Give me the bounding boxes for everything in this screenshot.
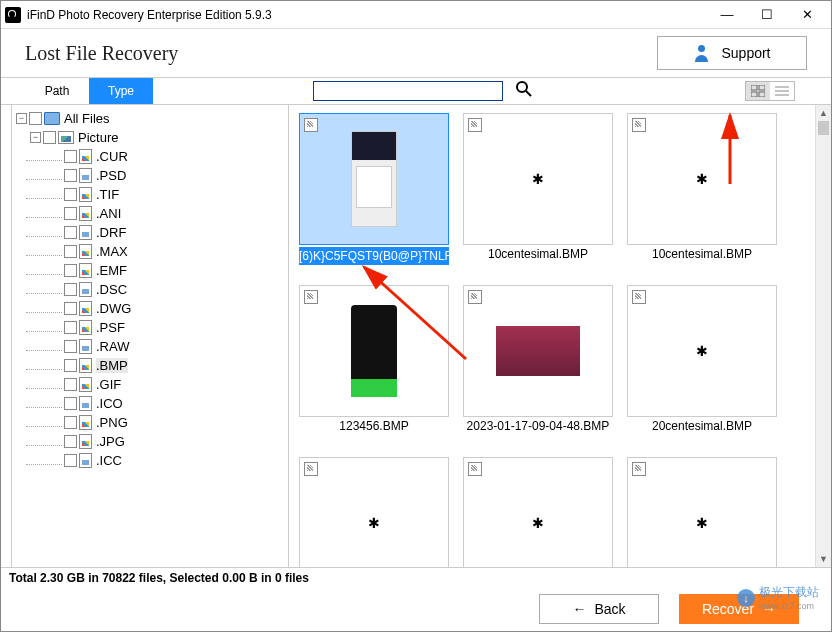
tree-ext-item[interactable]: .DRF: [12, 223, 288, 242]
checkbox[interactable]: [64, 378, 77, 391]
tree-ext-item[interactable]: .DWG: [12, 299, 288, 318]
scrollbar[interactable]: ▲ ▼: [815, 105, 831, 567]
thumbnail[interactable]: [463, 457, 613, 567]
tree-ext-item[interactable]: .RAW: [12, 337, 288, 356]
grid-area: [6)K}C5FQST9(B0@P}TNLRJ.BMP10centesimal.…: [289, 105, 831, 567]
search-icon[interactable]: [515, 80, 533, 102]
checkbox[interactable]: [304, 290, 318, 304]
scroll-up-icon[interactable]: ▲: [816, 105, 831, 121]
checkbox[interactable]: [43, 131, 56, 144]
back-button[interactable]: ← Back: [539, 594, 659, 624]
file-icon: [79, 187, 92, 202]
tree-ext-item[interactable]: .PNG: [12, 413, 288, 432]
checkbox[interactable]: [64, 226, 77, 239]
support-button[interactable]: Support: [657, 36, 807, 70]
thumbnail-name: 20centesimal.BMP: [627, 419, 777, 433]
tree-ext-item[interactable]: .ICC: [12, 451, 288, 470]
tab-path[interactable]: Path: [25, 78, 89, 104]
svg-rect-2: [751, 85, 757, 90]
tree-label: .PSD: [96, 168, 126, 183]
checkbox[interactable]: [64, 245, 77, 258]
tree-label: .RAW: [96, 339, 129, 354]
tree-label: .MAX: [96, 244, 128, 259]
thumbnail[interactable]: [627, 113, 777, 245]
person-icon: [693, 44, 711, 62]
thumbnail[interactable]: [299, 457, 449, 567]
thumbnail[interactable]: [299, 285, 449, 417]
tree-ext-item[interactable]: .TIF: [12, 185, 288, 204]
tree-ext-item[interactable]: .DSC: [12, 280, 288, 299]
checkbox[interactable]: [64, 359, 77, 372]
thumbnail-cell[interactable]: 10centesimal.BMP: [627, 113, 785, 281]
thumbnail-cell[interactable]: 123456.BMP: [299, 285, 457, 453]
thumbnail-cell[interactable]: 2023-01-17-09-04-48.BMP: [463, 285, 621, 453]
checkbox[interactable]: [64, 169, 77, 182]
thumbnail[interactable]: [627, 285, 777, 417]
list-view-button[interactable]: [770, 82, 794, 100]
tree-ext-item[interactable]: .JPG: [12, 432, 288, 451]
scroll-down-icon[interactable]: ▼: [816, 551, 831, 567]
svg-rect-3: [759, 85, 765, 90]
arrow-left-icon: ←: [572, 601, 586, 617]
checkbox[interactable]: [304, 462, 318, 476]
tree-label: .GIF: [96, 377, 121, 392]
checkbox[interactable]: [632, 118, 646, 132]
view-toggle: [745, 81, 795, 101]
maximize-button[interactable]: ☐: [747, 2, 787, 28]
thumbnail-cell[interactable]: [627, 457, 785, 567]
scroll-thumb[interactable]: [818, 121, 829, 135]
checkbox[interactable]: [632, 290, 646, 304]
tree-ext-item[interactable]: .GIF: [12, 375, 288, 394]
tree-label: .CUR: [96, 149, 128, 164]
checkbox[interactable]: [468, 290, 482, 304]
tree-ext-item[interactable]: .BMP: [12, 356, 288, 375]
tree-folder[interactable]: − Picture: [12, 128, 288, 147]
checkbox[interactable]: [304, 118, 318, 132]
thumbnail-cell[interactable]: [6)K}C5FQST9(B0@P}TNLRJ.BMP: [299, 113, 457, 281]
checkbox[interactable]: [64, 188, 77, 201]
thumbnail-cell[interactable]: 10centesimal.BMP: [463, 113, 621, 281]
checkbox[interactable]: [64, 264, 77, 277]
checkbox[interactable]: [29, 112, 42, 125]
tree-root[interactable]: − All Files: [12, 109, 288, 128]
checkbox[interactable]: [64, 207, 77, 220]
tab-type[interactable]: Type: [89, 78, 153, 104]
tree-ext-item[interactable]: .EMF: [12, 261, 288, 280]
checkbox[interactable]: [64, 416, 77, 429]
checkbox[interactable]: [64, 340, 77, 353]
checkbox[interactable]: [64, 454, 77, 467]
tree-ext-item[interactable]: .CUR: [12, 147, 288, 166]
minimize-button[interactable]: —: [707, 2, 747, 28]
checkbox[interactable]: [468, 462, 482, 476]
tree-ext-item[interactable]: .PSF: [12, 318, 288, 337]
thumbnail[interactable]: [299, 113, 449, 245]
checkbox[interactable]: [64, 283, 77, 296]
checkbox[interactable]: [64, 321, 77, 334]
tree-label: .DRF: [96, 225, 126, 240]
checkbox[interactable]: [64, 150, 77, 163]
thumbnail-cell[interactable]: [299, 457, 457, 567]
collapse-icon[interactable]: −: [30, 132, 41, 143]
thumbnail[interactable]: [463, 113, 613, 245]
close-button[interactable]: ✕: [787, 2, 827, 28]
checkbox[interactable]: [64, 397, 77, 410]
thumbnail-name: 123456.BMP: [299, 419, 449, 433]
tree-ext-item[interactable]: .ANI: [12, 204, 288, 223]
thumbnail-cell[interactable]: [463, 457, 621, 567]
watermark-icon: ↓: [737, 589, 755, 607]
tree-ext-item[interactable]: .PSD: [12, 166, 288, 185]
checkbox[interactable]: [64, 435, 77, 448]
file-icon: [79, 168, 92, 183]
checkbox[interactable]: [468, 118, 482, 132]
collapse-icon[interactable]: −: [16, 113, 27, 124]
checkbox[interactable]: [632, 462, 646, 476]
grid-view-button[interactable]: [746, 82, 770, 100]
tree-ext-item[interactable]: .ICO: [12, 394, 288, 413]
thumbnail[interactable]: [627, 457, 777, 567]
checkbox[interactable]: [64, 302, 77, 315]
search-input[interactable]: [313, 81, 503, 101]
svg-rect-4: [751, 92, 757, 97]
thumbnail[interactable]: [463, 285, 613, 417]
thumbnail-cell[interactable]: 20centesimal.BMP: [627, 285, 785, 453]
tree-ext-item[interactable]: .MAX: [12, 242, 288, 261]
